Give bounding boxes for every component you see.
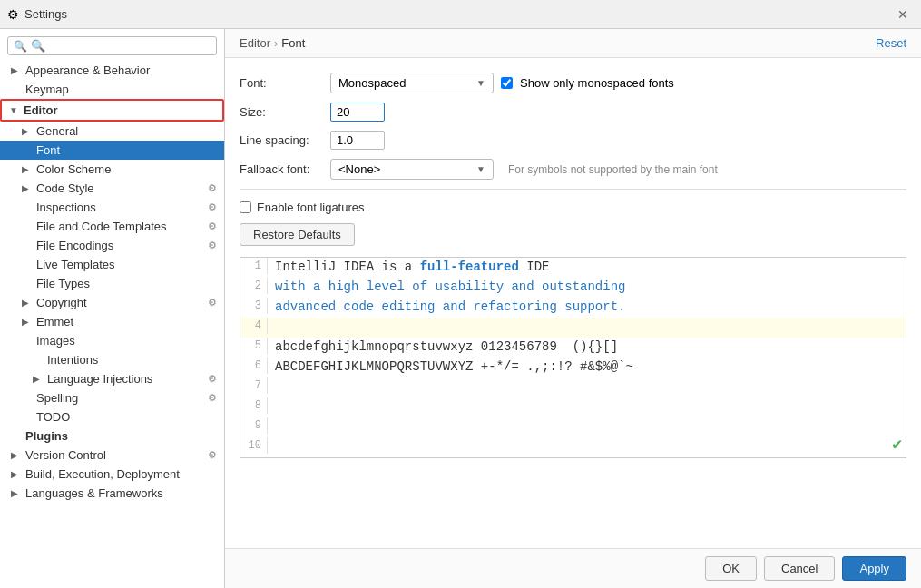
- search-icon: 🔍: [14, 40, 27, 53]
- search-input[interactable]: [31, 39, 211, 53]
- settings-icon: ⚙: [208, 373, 217, 385]
- expand-icon: ▶: [22, 183, 33, 193]
- code-line-2: 2 with a high level of usability and out…: [240, 278, 906, 298]
- line-spacing-row: Line spacing:: [240, 131, 906, 150]
- sidebar-item-languages-frameworks[interactable]: ▶ Languages & Frameworks: [0, 484, 224, 503]
- line-content: with a high level of usability and outst…: [268, 278, 632, 296]
- code-line-6: 6 ABCDEFGHIJKLMNOPQRSTUVWXYZ +-*/= .,;:!…: [240, 358, 906, 377]
- line-number: 9: [240, 417, 268, 434]
- panel-header: Editor › Font Reset: [225, 29, 921, 58]
- search-box[interactable]: 🔍: [7, 36, 217, 55]
- sidebar-item-build-execution[interactable]: ▶ Build, Execution, Deployment: [0, 465, 224, 484]
- code-preview: 1 IntelliJ IDEA is a full-featured IDE 2…: [240, 257, 906, 458]
- reset-link[interactable]: Reset: [876, 36, 906, 50]
- expand-icon: ▶: [22, 126, 33, 136]
- line-number: 3: [240, 298, 268, 314]
- spacer-icon: [22, 202, 33, 212]
- size-input[interactable]: [330, 103, 385, 122]
- line-number: 5: [240, 338, 268, 354]
- sidebar-item-appearance[interactable]: ▶ Appearance & Behavior: [0, 61, 224, 80]
- sidebar-item-general[interactable]: ▶ General: [0, 122, 224, 141]
- cancel-button[interactable]: Cancel: [764, 556, 835, 581]
- sidebar-item-spelling[interactable]: Spelling ⚙: [0, 388, 224, 407]
- font-row: Font: Monospaced ▼ Show only monospaced …: [240, 73, 906, 93]
- sidebar-item-file-types[interactable]: File Types: [0, 274, 224, 293]
- enable-ligatures-checkbox[interactable]: [240, 201, 251, 213]
- sidebar-item-images[interactable]: Images: [0, 331, 224, 350]
- line-content: [268, 377, 282, 381]
- line-content: IntelliJ IDEA is a full-featured IDE: [268, 258, 556, 276]
- expand-icon: ▶: [22, 317, 33, 327]
- spacer-icon: [22, 393, 33, 403]
- checkmark-icon: ✔: [892, 434, 902, 454]
- line-content: ABCDEFGHIJKLMNOPQRSTUVWXYZ +-*/= .,;:!? …: [268, 358, 641, 376]
- ligatures-row: Enable font ligatures: [240, 201, 906, 214]
- bottom-buttons: OK Cancel Apply: [225, 548, 921, 588]
- sidebar-item-copyright[interactable]: ▶ Copyright ⚙: [0, 293, 224, 312]
- title-bar: ⚙ Settings ✕: [0, 0, 921, 29]
- sidebar-item-code-style[interactable]: ▶ Code Style ⚙: [0, 179, 224, 198]
- code-line-7: 7: [240, 377, 906, 397]
- size-label: Size:: [240, 105, 330, 119]
- fallback-font-value: <None>: [338, 162, 380, 176]
- line-number: 4: [240, 318, 268, 334]
- sidebar-item-color-scheme[interactable]: ▶ Color Scheme: [0, 160, 224, 179]
- line-content: [268, 318, 282, 321]
- sidebar-item-version-control[interactable]: ▶ Version Control ⚙: [0, 446, 224, 465]
- sidebar-item-emmet[interactable]: ▶ Emmet: [0, 312, 224, 331]
- expand-icon: ▶: [22, 298, 33, 308]
- font-dropdown[interactable]: Monospaced ▼: [330, 73, 494, 93]
- expand-icon: ▶: [11, 450, 22, 460]
- settings-icon: ⚙: [208, 201, 217, 213]
- sidebar-item-language-injections[interactable]: ▶ Language Injections ⚙: [0, 369, 224, 388]
- expand-icon: ▶: [11, 65, 22, 75]
- apply-button[interactable]: Apply: [842, 556, 906, 581]
- settings-icon: ⚙: [208, 449, 217, 461]
- breadcrumb-parent: Editor: [240, 36, 270, 50]
- sidebar-item-font[interactable]: Font: [0, 141, 224, 160]
- close-button[interactable]: ✕: [892, 5, 914, 24]
- code-line-10: 10: [240, 437, 906, 457]
- breadcrumb: Editor › Font: [240, 36, 305, 50]
- code-line-5: 5 abcdefghijklmnopqrstuvwxyz 0123456789 …: [240, 338, 906, 358]
- right-panel: Editor › Font Reset Font: Monospaced ▼ S…: [225, 29, 921, 588]
- settings-icon: ⚙: [208, 240, 217, 251]
- sidebar-item-plugins[interactable]: Plugins: [0, 426, 224, 446]
- line-number: 8: [240, 397, 268, 414]
- chevron-down-icon: ▼: [476, 164, 485, 174]
- font-dropdown-value: Monospaced: [338, 76, 406, 90]
- sidebar-item-inspections[interactable]: Inspections ⚙: [0, 198, 224, 217]
- ligatures-label: Enable font ligatures: [257, 201, 365, 214]
- code-line-3: 3 advanced code editing and refactoring …: [240, 298, 906, 318]
- show-monospaced-checkbox[interactable]: [501, 77, 513, 89]
- sidebar-item-live-templates[interactable]: Live Templates: [0, 255, 224, 274]
- sidebar-item-intentions[interactable]: Intentions: [0, 350, 224, 369]
- spacer-icon: [22, 412, 33, 422]
- sidebar-item-keymap[interactable]: Keymap: [0, 80, 224, 99]
- chevron-down-icon: ▼: [476, 78, 485, 88]
- settings-icon: ⚙: [208, 392, 217, 404]
- fallback-font-dropdown[interactable]: <None> ▼: [330, 159, 494, 180]
- breadcrumb-separator: ›: [274, 36, 278, 50]
- sidebar-item-file-code-templates[interactable]: File and Code Templates ⚙: [0, 217, 224, 236]
- panel-body: Font: Monospaced ▼ Show only monospaced …: [225, 58, 921, 548]
- fallback-font-label: Fallback font:: [240, 162, 330, 176]
- line-content: abcdefghijklmnopqrstuvwxyz 0123456789 ()…: [268, 338, 625, 356]
- spacer-icon: [22, 279, 33, 289]
- expand-icon: ▶: [33, 374, 44, 384]
- line-content: [268, 437, 282, 441]
- sidebar-item-file-encodings[interactable]: File Encodings ⚙: [0, 236, 224, 255]
- settings-icon: ⚙: [208, 297, 217, 309]
- line-spacing-input[interactable]: [330, 131, 385, 150]
- line-content: [268, 397, 282, 401]
- fallback-hint: For symbols not supported by the main fo…: [508, 163, 718, 176]
- sidebar-item-editor[interactable]: ▼ Editor: [0, 99, 224, 122]
- spacer-icon: [22, 145, 33, 155]
- ok-button[interactable]: OK: [705, 556, 757, 581]
- spacer-icon: [22, 221, 33, 231]
- restore-defaults-button[interactable]: Restore Defaults: [240, 223, 355, 246]
- expand-icon: ▶: [11, 469, 22, 479]
- sidebar-item-todo[interactable]: TODO: [0, 407, 224, 426]
- app-icon: ⚙: [7, 7, 19, 22]
- expand-icon: ▶: [22, 164, 33, 174]
